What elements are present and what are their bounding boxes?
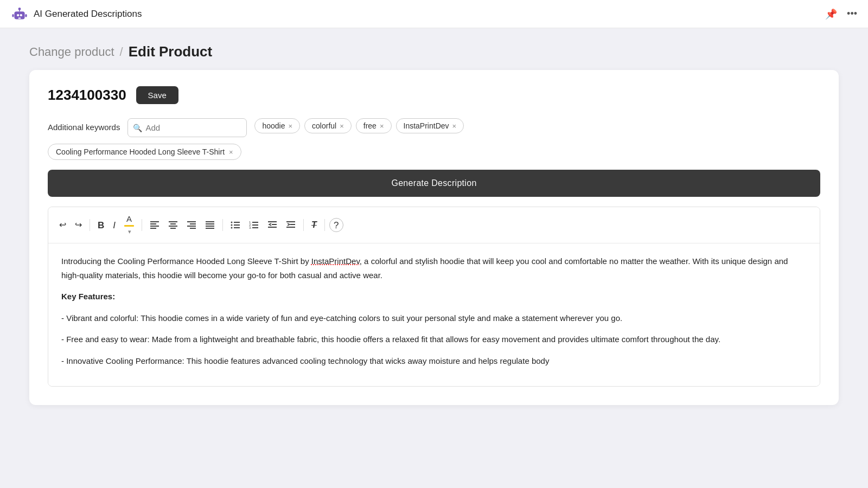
- tag-instaprintdev-remove[interactable]: ×: [452, 123, 457, 130]
- breadcrumb-section: Change product / Edit Product: [0, 28, 868, 70]
- toolbar-sep-1: [90, 219, 90, 231]
- product-id: 1234100330: [48, 87, 126, 104]
- features-heading: Key Features:: [61, 290, 807, 304]
- feature-1: - Vibrant and colorful: This hoodie come…: [61, 311, 807, 325]
- keywords-row: Additional keywords 🔍 hoodie × colorful …: [48, 118, 820, 137]
- breadcrumb-link[interactable]: Change product: [29, 45, 114, 59]
- tag-hoodie: hoodie ×: [254, 118, 300, 133]
- long-tag-row: Cooling Performance Hooded Long Sleeve T…: [48, 144, 820, 160]
- tag-colorful-remove[interactable]: ×: [340, 123, 344, 130]
- breadcrumb: Change product / Edit Product: [29, 43, 839, 60]
- tag-free-remove[interactable]: ×: [380, 123, 384, 130]
- editor-container: ↩ ↪ B I A ▾: [48, 207, 820, 387]
- keyword-search-wrap: 🔍: [127, 118, 247, 137]
- svg-point-26: [231, 224, 233, 226]
- bullet-list-button[interactable]: [227, 218, 244, 233]
- toolbar-sep-3: [222, 219, 223, 231]
- long-tag-remove[interactable]: ×: [229, 149, 233, 156]
- editor-toolbar: ↩ ↪ B I A ▾: [48, 207, 820, 243]
- italic-button[interactable]: I: [110, 219, 119, 232]
- svg-point-24: [231, 221, 233, 223]
- align-justify-button[interactable]: [202, 218, 218, 233]
- breadcrumb-separator: /: [120, 45, 123, 59]
- svg-rect-2: [20, 14, 22, 16]
- undo-button[interactable]: ↩: [56, 219, 69, 232]
- robot-icon: [11, 5, 28, 23]
- tag-hoodie-label: hoodie: [262, 121, 285, 130]
- svg-rect-7: [25, 14, 27, 17]
- svg-point-5: [18, 8, 21, 10]
- search-input[interactable]: [127, 118, 247, 137]
- clear-format-button[interactable]: T: [308, 219, 320, 232]
- align-center-button[interactable]: [165, 218, 181, 233]
- redo-button[interactable]: ↪: [72, 219, 85, 232]
- breadcrumb-current: Edit Product: [129, 43, 213, 60]
- align-right-button[interactable]: [183, 218, 200, 233]
- long-tag-label: Cooling Performance Hooded Long Sleeve T…: [56, 147, 225, 156]
- tag-colorful-label: colorful: [312, 121, 336, 130]
- generate-button[interactable]: Generate Description: [48, 170, 820, 197]
- tag-hoodie-remove[interactable]: ×: [288, 123, 292, 130]
- svg-rect-6: [12, 14, 14, 17]
- tag-instaprintdev: InstaPrintDev ×: [396, 118, 464, 133]
- editor-content[interactable]: Introducing the Cooling Performance Hood…: [48, 243, 820, 386]
- product-header: 1234100330 Save: [48, 86, 820, 104]
- help-button[interactable]: ?: [329, 218, 343, 232]
- more-icon[interactable]: •••: [847, 8, 857, 20]
- svg-point-28: [231, 227, 233, 228]
- toolbar-sep-2: [142, 219, 142, 231]
- keywords-label: Additional keywords: [48, 118, 120, 132]
- toolbar-sep-4: [303, 219, 304, 231]
- search-icon: 🔍: [133, 124, 142, 132]
- tag-free-label: free: [363, 121, 376, 130]
- topbar-left: AI Generated Descriptions: [11, 5, 142, 23]
- tag-instaprintdev-label: InstaPrintDev: [404, 121, 449, 130]
- svg-rect-1: [17, 14, 19, 16]
- bold-button[interactable]: B: [94, 219, 107, 232]
- indent-button[interactable]: [283, 218, 299, 233]
- svg-rect-3: [18, 17, 21, 18]
- keyword-tags: hoodie × colorful × free × InstaPrintDev…: [254, 118, 464, 133]
- long-tag: Cooling Performance Hooded Long Sleeve T…: [48, 144, 241, 160]
- save-button[interactable]: Save: [136, 86, 178, 104]
- numbered-list-button[interactable]: 1.2.3.: [246, 218, 262, 233]
- tag-colorful: colorful ×: [304, 118, 352, 133]
- toolbar-sep-5: [324, 219, 325, 231]
- topbar: AI Generated Descriptions 📌 •••: [0, 0, 868, 28]
- app-title: AI Generated Descriptions: [34, 9, 142, 20]
- topbar-right: 📌 •••: [825, 8, 857, 20]
- main-card: 1234100330 Save Additional keywords 🔍 ho…: [29, 70, 839, 405]
- brand-name: InstaPrintDev: [311, 256, 360, 266]
- feature-3: - Innovative Cooling Performance: This h…: [61, 354, 807, 368]
- highlight-button[interactable]: A ▾: [121, 213, 137, 237]
- feature-2: - Free and easy to wear: Made from a lig…: [61, 332, 807, 346]
- editor-intro: Introducing the Cooling Performance Hood…: [61, 254, 807, 282]
- outdent-button[interactable]: [264, 218, 280, 233]
- svg-text:3.: 3.: [249, 226, 252, 229]
- tag-free: free ×: [356, 118, 392, 133]
- pin-icon[interactable]: 📌: [825, 8, 837, 20]
- align-left-button[interactable]: [146, 218, 163, 233]
